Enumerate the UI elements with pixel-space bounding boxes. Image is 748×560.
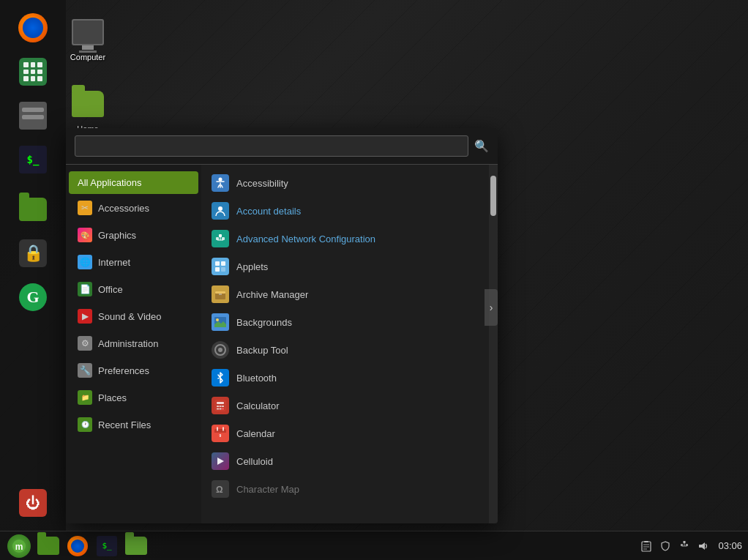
sidebar-btn-lock[interactable]: 🔒 <box>12 233 53 274</box>
category-preferences[interactable]: 🔧 Preferences <box>69 357 198 384</box>
administration-icon: ⚙ <box>78 336 92 351</box>
desktop-icon-home[interactable]: Home <box>59 86 117 133</box>
backgrounds-app-label: Backgrounds <box>236 317 292 328</box>
app-calendar[interactable]: 9 Calendar <box>201 419 489 447</box>
app-backup-tool[interactable]: Backup Tool <box>201 336 489 364</box>
preferences-icon: 🔧 <box>78 363 92 378</box>
scrollbar[interactable] <box>489 165 498 523</box>
bluetooth-app-label: Bluetooth <box>236 373 277 384</box>
categories-panel: All Applications ✂ Accessories 🎨 Graphic… <box>66 165 201 523</box>
places-icon: 📁 <box>78 390 92 405</box>
app-archive-manager[interactable]: Archive Manager <box>201 280 489 308</box>
taskbar-folder2-btn[interactable] <box>123 534 149 558</box>
svg-marker-48 <box>699 542 705 550</box>
graphics-label: Graphics <box>98 230 136 241</box>
sidebar-btn-apps[interactable] <box>12 51 53 92</box>
accessibility-app-icon <box>212 174 229 192</box>
category-all-applications[interactable]: All Applications <box>69 171 198 194</box>
taskbar-time: 03:06 <box>718 540 742 551</box>
svg-rect-24 <box>217 408 219 410</box>
category-administration[interactable]: ⚙ Administration <box>69 330 198 356</box>
internet-label: Internet <box>98 257 130 268</box>
sidebar-btn-drawer[interactable] <box>12 95 53 136</box>
svg-rect-9 <box>221 261 225 266</box>
menu-body: All Applications ✂ Accessories 🎨 Graphic… <box>66 165 498 523</box>
celluloid-app-icon <box>212 452 229 470</box>
calendar-app-icon: 9 <box>212 425 229 442</box>
app-advanced-network[interactable]: Advanced Network Configuration <box>201 225 489 253</box>
app-backgrounds[interactable]: Backgrounds <box>201 308 489 336</box>
app-menu: 🔍 All Applications ✂ Accessories 🎨 Graph… <box>66 128 498 523</box>
svg-rect-20 <box>217 402 224 404</box>
category-places[interactable]: 📁 Places <box>69 384 198 411</box>
app-applets[interactable]: Applets <box>201 253 489 280</box>
category-internet[interactable]: 🌐 Internet <box>69 249 198 275</box>
taskbar-terminal-btn[interactable]: $_ <box>94 534 120 558</box>
tray-volume-icon[interactable] <box>696 539 711 553</box>
applets-app-label: Applets <box>236 261 268 272</box>
svg-text:9: 9 <box>220 433 222 438</box>
menu-right-arrow[interactable]: › <box>485 289 498 326</box>
svg-rect-42 <box>681 544 683 546</box>
bluetooth-app-icon <box>212 369 229 387</box>
taskbar-firefox-btn[interactable] <box>64 534 91 558</box>
administration-label: Administration <box>98 338 158 349</box>
accessibility-app-label: Accessibility <box>236 178 288 189</box>
search-input[interactable] <box>75 135 468 157</box>
category-office[interactable]: 📄 Office <box>69 276 198 302</box>
taskbar-mint-btn[interactable]: m <box>6 534 32 558</box>
sidebar-btn-terminal[interactable]: $_ <box>12 139 53 180</box>
recent-files-icon: 🕐 <box>78 417 92 432</box>
category-recent-files[interactable]: 🕐 Recent Files <box>69 411 198 438</box>
backgrounds-app-icon <box>212 313 229 331</box>
tray-network-icon[interactable] <box>677 539 692 553</box>
category-sound-video[interactable]: ▶ Sound & Video <box>69 303 198 329</box>
sidebar-btn-grammarly[interactable]: G <box>12 277 53 318</box>
scrollbar-thumb <box>490 176 496 216</box>
power-icon: ⏻ <box>19 489 47 517</box>
svg-rect-43 <box>686 544 688 546</box>
taskbar: m $_ 03:06 <box>0 531 748 560</box>
celluloid-app-label: Celluloid <box>236 456 273 467</box>
search-icon[interactable]: 🔍 <box>474 139 489 153</box>
drawer-icon <box>19 102 47 130</box>
sound-video-label: Sound & Video <box>98 311 162 322</box>
category-accessories[interactable]: ✂ Accessories <box>69 195 198 221</box>
svg-rect-3 <box>222 237 225 240</box>
desktop-icon-computer[interactable]: Computer <box>59 15 117 61</box>
search-bar: 🔍 <box>66 128 498 165</box>
app-accessibility[interactable]: Accessibility <box>201 169 489 197</box>
category-graphics[interactable]: 🎨 Graphics <box>69 222 198 248</box>
tray-shield-icon[interactable] <box>658 539 673 553</box>
svg-rect-10 <box>215 267 220 272</box>
sidebar-btn-files[interactable] <box>12 189 53 230</box>
svg-rect-22 <box>220 406 222 407</box>
svg-point-1 <box>218 206 222 211</box>
charmap-app-label: Character Map <box>236 484 299 495</box>
backup-app-label: Backup Tool <box>236 345 288 356</box>
taskbar-folder2-icon <box>125 537 147 555</box>
tray-clipboard-icon[interactable] <box>639 539 654 553</box>
app-calculator[interactable]: Calculator <box>201 392 489 419</box>
archive-app-icon <box>212 285 229 303</box>
calculator-app-icon <box>212 397 229 414</box>
taskbar-files-btn[interactable] <box>35 534 61 558</box>
svg-point-0 <box>219 178 222 182</box>
app-bluetooth[interactable]: Bluetooth <box>201 364 489 392</box>
app-account-details[interactable]: Account details <box>201 197 489 225</box>
svg-rect-11 <box>221 267 225 272</box>
svg-rect-38 <box>644 541 648 542</box>
terminal-icon: $_ <box>19 146 47 173</box>
svg-point-18 <box>218 348 222 352</box>
svg-rect-25 <box>220 408 222 410</box>
sidebar-btn-firefox[interactable] <box>12 7 53 48</box>
network-app-icon <box>212 230 229 247</box>
calendar-app-label: Calendar <box>236 428 275 439</box>
charmap-app-icon: Ω <box>212 480 229 498</box>
app-celluloid[interactable]: Celluloid <box>201 447 489 475</box>
app-character-map[interactable]: Ω Character Map <box>201 475 489 503</box>
taskbar-terminal-icon: $_ <box>97 536 117 556</box>
system-tray: 03:06 <box>639 539 742 553</box>
sidebar-btn-power[interactable]: ⏻ <box>12 482 53 523</box>
taskbar-folder-icon <box>37 537 59 555</box>
